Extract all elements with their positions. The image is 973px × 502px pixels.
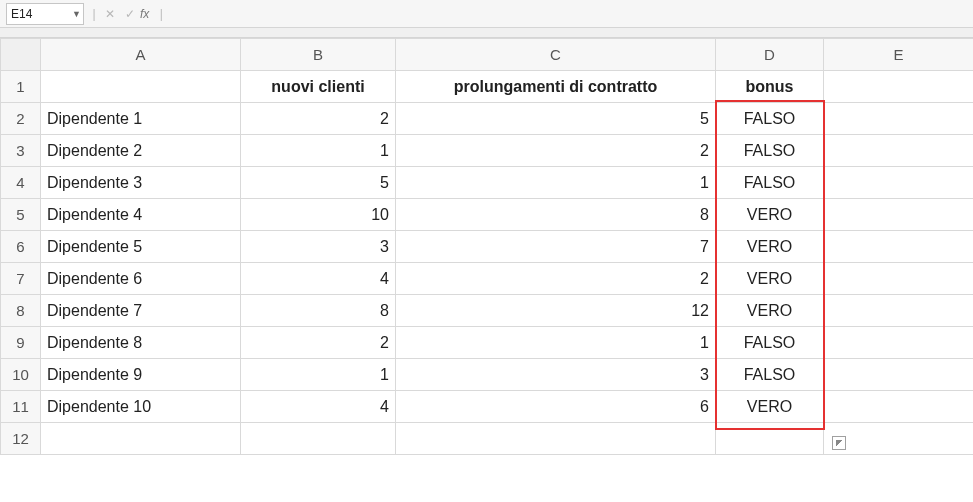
cell[interactable] xyxy=(824,199,974,231)
cell[interactable]: 1 xyxy=(396,327,716,359)
table-row: 10 Dipendente 9 1 3 FALSO xyxy=(1,359,974,391)
cell[interactable]: VERO xyxy=(716,231,824,263)
cell[interactable]: 3 xyxy=(241,231,396,263)
col-header-A[interactable]: A xyxy=(41,39,241,71)
name-box-dropdown-icon[interactable]: ▼ xyxy=(72,9,81,19)
cell[interactable]: Dipendente 7 xyxy=(41,295,241,327)
cell[interactable]: Dipendente 2 xyxy=(41,135,241,167)
column-header-row: A B C D E xyxy=(1,39,974,71)
row-header[interactable]: 8 xyxy=(1,295,41,327)
select-all-corner[interactable] xyxy=(1,39,41,71)
row-header[interactable]: 6 xyxy=(1,231,41,263)
cell[interactable]: prolungamenti di contratto xyxy=(396,71,716,103)
cell[interactable]: 12 xyxy=(396,295,716,327)
cell[interactable] xyxy=(241,423,396,455)
row-header[interactable]: 5 xyxy=(1,199,41,231)
table-row: 12 xyxy=(1,423,974,455)
cell[interactable]: 3 xyxy=(396,359,716,391)
separator: | xyxy=(155,7,167,21)
cell[interactable]: 5 xyxy=(241,167,396,199)
cell[interactable] xyxy=(824,167,974,199)
row-header[interactable]: 3 xyxy=(1,135,41,167)
cell[interactable]: VERO xyxy=(716,391,824,423)
cell[interactable]: 7 xyxy=(396,231,716,263)
cell[interactable]: Dipendente 10 xyxy=(41,391,241,423)
cell[interactable]: Dipendente 6 xyxy=(41,263,241,295)
table-row: 5 Dipendente 4 10 8 VERO xyxy=(1,199,974,231)
cell[interactable] xyxy=(824,103,974,135)
cell[interactable] xyxy=(41,423,241,455)
cell[interactable]: 1 xyxy=(241,135,396,167)
cell[interactable]: VERO xyxy=(716,295,824,327)
table-row: 3 Dipendente 2 1 2 FALSO xyxy=(1,135,974,167)
cell[interactable]: Dipendente 1 xyxy=(41,103,241,135)
table-row: 8 Dipendente 7 8 12 VERO xyxy=(1,295,974,327)
cell[interactable]: 2 xyxy=(396,263,716,295)
cell[interactable]: FALSO xyxy=(716,135,824,167)
cell[interactable] xyxy=(396,423,716,455)
spreadsheet-grid[interactable]: A B C D E 1 nuovi clienti prolungamenti … xyxy=(0,38,973,455)
row-header[interactable]: 7 xyxy=(1,263,41,295)
row-header[interactable]: 1 xyxy=(1,71,41,103)
confirm-formula-icon[interactable]: ✓ xyxy=(120,7,140,21)
ribbon-spacer xyxy=(0,28,973,38)
row-header[interactable]: 9 xyxy=(1,327,41,359)
cell[interactable]: 4 xyxy=(241,263,396,295)
name-box[interactable]: E14 ▼ xyxy=(6,3,84,25)
sheet-area: A B C D E 1 nuovi clienti prolungamenti … xyxy=(0,38,973,455)
formula-bar: E14 ▼ | ✕ ✓ fx | xyxy=(0,0,973,28)
cell[interactable]: Dipendente 5 xyxy=(41,231,241,263)
row-header[interactable]: 2 xyxy=(1,103,41,135)
cell[interactable] xyxy=(824,135,974,167)
cell[interactable]: 2 xyxy=(396,135,716,167)
table-row: 1 nuovi clienti prolungamenti di contrat… xyxy=(1,71,974,103)
cell[interactable]: Dipendente 8 xyxy=(41,327,241,359)
col-header-D[interactable]: D xyxy=(716,39,824,71)
table-row: 7 Dipendente 6 4 2 VERO xyxy=(1,263,974,295)
table-row: 9 Dipendente 8 2 1 FALSO xyxy=(1,327,974,359)
row-header[interactable]: 12 xyxy=(1,423,41,455)
cell[interactable] xyxy=(824,359,974,391)
cell[interactable] xyxy=(824,71,974,103)
row-header[interactable]: 10 xyxy=(1,359,41,391)
cell[interactable]: Dipendente 3 xyxy=(41,167,241,199)
col-header-C[interactable]: C xyxy=(396,39,716,71)
table-row: 4 Dipendente 3 5 1 FALSO xyxy=(1,167,974,199)
cell[interactable]: 2 xyxy=(241,327,396,359)
fx-icon[interactable]: fx xyxy=(140,7,149,21)
cell[interactable]: 1 xyxy=(241,359,396,391)
cell[interactable] xyxy=(824,327,974,359)
row-header[interactable]: 4 xyxy=(1,167,41,199)
col-header-E[interactable]: E xyxy=(824,39,974,71)
cell[interactable]: 10 xyxy=(241,199,396,231)
cell[interactable]: bonus xyxy=(716,71,824,103)
cell[interactable]: 5 xyxy=(396,103,716,135)
cell[interactable]: 8 xyxy=(241,295,396,327)
formula-input[interactable] xyxy=(167,3,973,25)
cell[interactable]: FALSO xyxy=(716,103,824,135)
cell[interactable]: Dipendente 9 xyxy=(41,359,241,391)
cell[interactable] xyxy=(824,295,974,327)
cell[interactable]: 1 xyxy=(396,167,716,199)
cell[interactable]: VERO xyxy=(716,263,824,295)
cell[interactable]: Dipendente 4 xyxy=(41,199,241,231)
cell[interactable] xyxy=(824,391,974,423)
cell[interactable] xyxy=(824,231,974,263)
cell[interactable]: 8 xyxy=(396,199,716,231)
cell[interactable]: 4 xyxy=(241,391,396,423)
cell[interactable]: FALSO xyxy=(716,327,824,359)
cell[interactable] xyxy=(716,423,824,455)
cell[interactable]: 6 xyxy=(396,391,716,423)
cell[interactable] xyxy=(824,263,974,295)
table-row: 6 Dipendente 5 3 7 VERO xyxy=(1,231,974,263)
autofill-options-icon[interactable] xyxy=(832,436,846,450)
cell[interactable]: VERO xyxy=(716,199,824,231)
row-header[interactable]: 11 xyxy=(1,391,41,423)
cell[interactable]: FALSO xyxy=(716,359,824,391)
cancel-formula-icon[interactable]: ✕ xyxy=(100,7,120,21)
cell[interactable] xyxy=(41,71,241,103)
cell[interactable]: 2 xyxy=(241,103,396,135)
col-header-B[interactable]: B xyxy=(241,39,396,71)
cell[interactable]: nuovi clienti xyxy=(241,71,396,103)
cell[interactable]: FALSO xyxy=(716,167,824,199)
